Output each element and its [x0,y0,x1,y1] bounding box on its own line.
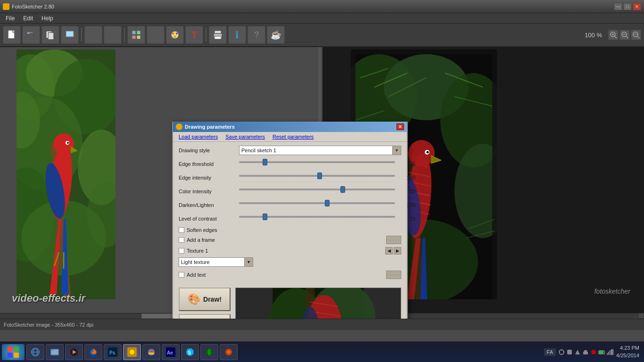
export-button[interactable] [61,26,79,44]
edge-intensity-label: Edge intensity [179,175,235,181]
dialog-menu: Load parameters Save parameters Reset pa… [173,132,407,142]
level-contrast-track[interactable] [239,214,395,220]
print-button[interactable] [209,26,227,44]
taskbar-firefox[interactable] [84,344,102,360]
svg-text:S: S [188,350,191,355]
svg-rect-13 [132,35,136,39]
copy-button[interactable] [41,26,59,44]
drawing-parameters-dialog: Drawing parameters ✕ Load parameters Sav… [172,122,408,319]
menu-bar: File Edit Help [0,13,644,24]
taskbar-photoshop[interactable]: Ps [104,344,122,360]
taskbar-fotosketcher[interactable] [123,344,141,360]
svg-rect-24 [215,36,221,39]
taskbar-ae[interactable]: Ae [162,344,180,360]
svg-line-28 [615,36,617,38]
save-params-link[interactable]: Save parameters [222,133,269,140]
watermark: video-effects.ir [12,292,85,304]
darken-lighten-value: 160 [399,202,415,208]
palette-button[interactable] [166,26,184,44]
add-frame-config-button[interactable]: · · · · · [386,236,401,244]
taskbar-skype[interactable]: S [181,344,199,360]
menu-file[interactable]: File [2,14,18,23]
maximize-button[interactable]: □ [623,3,632,10]
texture-checkbox[interactable] [179,248,184,254]
redo-button[interactable] [104,26,122,44]
language-indicator[interactable]: FA [544,348,556,356]
level-contrast-label: Level of contrast [179,216,235,222]
darken-lighten-slider-container: · · · · · · · · · · · · · · · · · · · · … [239,200,395,210]
darken-lighten-label: Darken/Lighten [179,202,235,208]
clock-display: 4:23 PM 4/25/2014 [616,345,639,359]
minimize-button[interactable]: — [614,3,622,10]
drawing-style-dropdown[interactable]: Pencil sketch 1 ▼ [239,146,401,155]
texture-prev-button[interactable]: ◀ [385,247,393,255]
color-intensity-row: Color intensity · · · · · · · · · · · · … [179,186,401,196]
close-button[interactable]: ✕ [633,3,641,10]
new-button[interactable] [3,26,21,44]
preview-button[interactable] [147,26,165,44]
open-button[interactable] [22,26,40,44]
draw-button[interactable]: 🎨 Draw! [179,288,231,311]
taskbar-media[interactable] [65,344,83,360]
svg-rect-136 [599,351,603,354]
taskbar-chrome[interactable] [142,344,160,360]
level-contrast-slider-container: · · · · · · · · · · · · · · · · · · · · … [239,214,395,223]
taskbar-explorer[interactable] [46,344,64,360]
dialog-close-button[interactable]: ✕ [396,123,404,130]
zoom-out-button[interactable] [619,30,630,40]
svg-rect-106 [14,353,19,358]
add-text-row: Add text · · · · · [179,271,401,279]
darken-lighten-dots: · · · · · · · · · · · · · · · · · · · · … [239,207,395,210]
darken-lighten-thumb[interactable] [325,200,330,206]
menu-help[interactable]: Help [38,14,57,23]
svg-point-118 [130,350,134,354]
edge-threshold-thumb[interactable] [263,159,267,165]
coffee-button[interactable]: ☕ [267,26,285,44]
edge-intensity-slider-container: · · · · · · · · · · · · · · · · · · · · … [239,173,395,182]
original-image [17,49,116,299]
zoom-fit-button[interactable] [631,30,641,40]
dialog-title-content: Drawing parameters [176,123,235,130]
status-text: FotoSketcher image - 355x460 - 72 dpi [4,322,93,328]
svg-rect-139 [610,350,611,355]
drawing-style-value[interactable]: Pencil sketch 1 [239,146,393,155]
color-intensity-thumb[interactable] [340,186,345,193]
add-text-config-button[interactable]: · · · · · [386,271,401,279]
taskbar-app[interactable] [220,344,238,360]
load-params-link[interactable]: Load parameters [175,133,222,140]
edge-intensity-dots: · · · · · · · · · · · · · · · · · · · · … [239,180,395,182]
thumbnail-button[interactable] [127,26,145,44]
preview-container [235,288,401,319]
start-button[interactable] [2,344,25,360]
manual-brush-button[interactable]: Manual brush [179,314,231,319]
text-button[interactable]: T [185,26,203,44]
drawing-style-arrow[interactable]: ▼ [393,146,401,155]
svg-point-47 [67,142,69,144]
main-area: video-effects.ir [0,47,644,319]
texture-next-button[interactable]: ▶ [394,247,401,255]
edge-intensity-thumb[interactable] [317,173,322,179]
svg-rect-12 [137,31,140,34]
svg-marker-8 [68,37,71,39]
color-intensity-track[interactable] [239,186,395,193]
add-frame-checkbox[interactable] [179,237,184,243]
taskbar-browser2[interactable] [200,344,218,360]
reset-params-link[interactable]: Reset parameters [269,133,317,140]
edge-threshold-track[interactable] [239,159,395,165]
help-button[interactable]: ? [248,26,265,44]
undo-button[interactable] [84,26,102,44]
soften-edges-checkbox[interactable] [179,227,184,233]
info-button[interactable]: ℹ [228,26,246,44]
level-contrast-thumb[interactable] [263,214,267,220]
texture-select-arrow[interactable]: ▼ [245,257,253,267]
texture-nav: ◀ ▶ [385,247,401,255]
draw-button-label: Draw! [203,296,222,303]
dialog-title-bar[interactable]: Drawing parameters ✕ [173,122,407,132]
menu-edit[interactable]: Edit [19,14,37,23]
zoom-in-button[interactable] [608,30,619,40]
add-text-checkbox[interactable] [179,272,184,278]
taskbar-ie[interactable] [26,344,44,360]
edge-intensity-track[interactable] [239,173,395,179]
darken-lighten-track[interactable] [239,200,395,206]
texture-select[interactable]: Light texture [179,257,245,267]
